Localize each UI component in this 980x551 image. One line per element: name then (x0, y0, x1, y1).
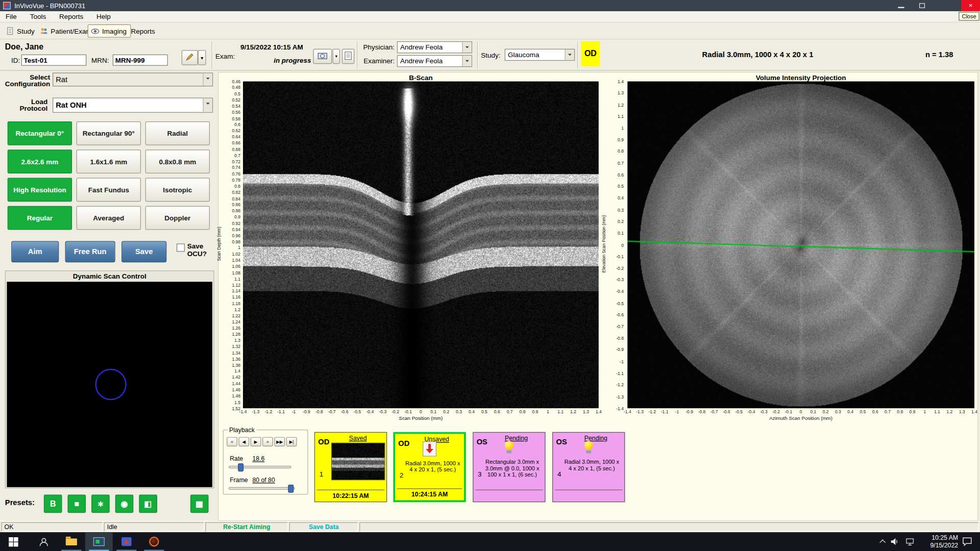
menu-file[interactable]: File (0, 11, 22, 22)
scan-pattern-radial-button[interactable]: Radial (145, 121, 210, 145)
volume-icon[interactable] (891, 537, 899, 546)
tray-expand-icon[interactable] (879, 539, 886, 545)
axis-tick-label: 0.78 (223, 178, 240, 183)
playback-rewind-start-button[interactable]: « (227, 437, 237, 446)
axis-tick-label: 1.12 (223, 283, 240, 287)
frame-slider-thumb[interactable] (288, 485, 293, 493)
scan-queue-item-4[interactable]: OS Pending 4 Radial 3.0mm, 1000 x 4 x 20… (552, 432, 625, 502)
taskbar-browser-button[interactable] (140, 532, 168, 551)
scan-size-1-6mm-button[interactable]: 1.6x1.6 mm (77, 149, 141, 173)
free-run-button[interactable]: Free Run (65, 241, 115, 262)
axis-tick-label: 1.46 (223, 388, 240, 392)
scan-queue-item-2[interactable]: OD Unsaved 2 Radial 3.0mm, 1000 x 4 x 20… (393, 432, 465, 502)
axis-tick-label: 0.4 (606, 196, 624, 201)
axis-tick-label: 1.28 (223, 332, 240, 337)
playback-skip-end-button[interactable]: ▶| (286, 437, 297, 446)
presets-label: Presets: (5, 498, 35, 507)
menu-tools[interactable]: Tools (24, 11, 52, 22)
scan-pattern-rectangular-0-button[interactable]: Rectangular 0° (8, 121, 72, 145)
protocol-select[interactable]: Rat ONH (53, 97, 213, 112)
scan-time (555, 490, 622, 500)
taskbar-file-explorer-button[interactable] (58, 532, 85, 551)
dynamic-scan-view[interactable] (7, 282, 212, 487)
rate-slider-thumb[interactable] (238, 463, 243, 471)
playback-step-forward-button[interactable]: » (262, 437, 273, 446)
vip-image[interactable] (627, 82, 974, 409)
preset-bscan-button[interactable]: B (44, 495, 62, 513)
scan-queue-item-1[interactable]: OD Saved 1 10:22:15 AM (314, 432, 387, 502)
preset-annular-button[interactable]: ◉ (115, 495, 134, 513)
tab-study[interactable]: Study (3, 24, 39, 38)
frame-slider[interactable] (229, 487, 295, 490)
menu-help[interactable]: Help (91, 11, 116, 22)
configuration-value: Rat (56, 75, 67, 84)
scan-mode-high-resolution-button[interactable]: High Resolution (8, 178, 72, 202)
preset-rectangular-button[interactable]: ■ (67, 495, 86, 513)
exam-datetime: 9/15/2022 10:15 AM (240, 43, 303, 51)
exam-notes-button[interactable] (342, 49, 355, 64)
axis-tick-label: 0.54 (223, 104, 240, 109)
exam-snapshot-button[interactable] (313, 49, 332, 64)
taskbar-app-button[interactable] (113, 532, 140, 551)
scan-region-circle[interactable] (95, 369, 126, 400)
taskbar-clock[interactable]: 10:25 AM 9/15/2022 (922, 534, 958, 549)
playback-step-back-button[interactable]: ◀ (238, 437, 249, 446)
scan-type-averaged-button[interactable]: Averaged (77, 206, 141, 230)
playback-play-button[interactable]: ▶ (251, 437, 261, 446)
exam-snapshot-dropdown[interactable]: ▼ (332, 49, 340, 64)
scan-mode-fast-fundus-button[interactable]: Fast Fundus (77, 178, 141, 202)
axis-tick-label: 0.92 (223, 221, 240, 226)
tab-reports[interactable]: Reports (125, 24, 159, 38)
tab-patient-exam[interactable]: Patient/Exam (36, 24, 96, 38)
start-button[interactable] (0, 532, 28, 551)
scan-size-0-8mm-button[interactable]: 0.8x0.8 mm (145, 149, 210, 173)
network-icon[interactable] (905, 537, 914, 546)
header-divider (477, 41, 478, 69)
taskbar-people-button[interactable] (30, 532, 58, 551)
save-ocu-checkbox[interactable] (177, 243, 185, 252)
patient-id-field[interactable] (21, 55, 87, 66)
save-button[interactable]: Save (121, 241, 166, 262)
scan-pattern-rectangular-90-button[interactable]: Rectangular 90° (77, 121, 141, 145)
edit-patient-button[interactable] (182, 50, 198, 65)
configuration-select[interactable]: Rat (53, 72, 213, 86)
minimize-button[interactable] (892, 0, 911, 11)
notepad-icon (345, 51, 352, 60)
playback-fast-forward-button[interactable]: ▶▶ (274, 437, 285, 446)
frame-value: 80 of 80 (252, 477, 275, 484)
study-label: Study: (481, 52, 500, 59)
axis-tick-label: 0.56 (223, 110, 240, 115)
axis-tick-label: 0.52 (223, 98, 240, 103)
scan-type-doppler-button[interactable]: Doppler (145, 206, 210, 230)
scan-type-regular-button[interactable]: Regular (8, 206, 72, 230)
bscan-image[interactable] (243, 82, 599, 409)
aim-button[interactable]: Aim (11, 241, 59, 262)
close-button[interactable]: × (961, 0, 980, 11)
study-icon (6, 27, 14, 36)
tab-imaging[interactable]: Imaging (88, 24, 131, 38)
preset-half-volume-button[interactable]: ◧ (139, 495, 157, 513)
app-icon (121, 537, 132, 546)
menu-reports[interactable]: Reports (54, 11, 89, 22)
preset-radial-button[interactable]: ∗ (91, 495, 110, 513)
maximize-button[interactable] (913, 0, 932, 11)
rate-slider[interactable] (229, 466, 291, 468)
patient-mrn-field[interactable] (113, 55, 168, 66)
examiner-select[interactable]: Andrew Feola (397, 55, 472, 67)
scan-number: 2 (400, 471, 404, 479)
axis-tick-label: -0.6 (606, 313, 624, 317)
scan-mode-isotropic-button[interactable]: Isotropic (145, 178, 210, 202)
scan-queue-item-3[interactable]: OS Pending 3 Rectangular 3.0mm x 3.0mm @… (473, 432, 545, 502)
scan-size-2-6mm-button[interactable]: 2.6x2.6 mm (8, 149, 72, 173)
patient-mrn-label: MRN: (91, 56, 109, 64)
study-select[interactable]: Glaucoma (505, 49, 575, 61)
taskbar-invivovue-button[interactable] (85, 532, 113, 551)
axis-tick-label: -1.2 (606, 383, 624, 387)
patient-id-label: ID: (11, 56, 20, 64)
frame-label: Frame (230, 477, 248, 484)
edit-patient-dropdown[interactable]: ▼ (198, 50, 206, 65)
preset-mosaic-button[interactable]: ▦ (190, 495, 209, 513)
physician-select[interactable]: Andrew Feola (397, 41, 472, 53)
action-center-icon[interactable] (962, 537, 973, 547)
current-scan-summary: Radial 3.0mm, 1000 x 4 x 20 x 1 (639, 50, 876, 59)
